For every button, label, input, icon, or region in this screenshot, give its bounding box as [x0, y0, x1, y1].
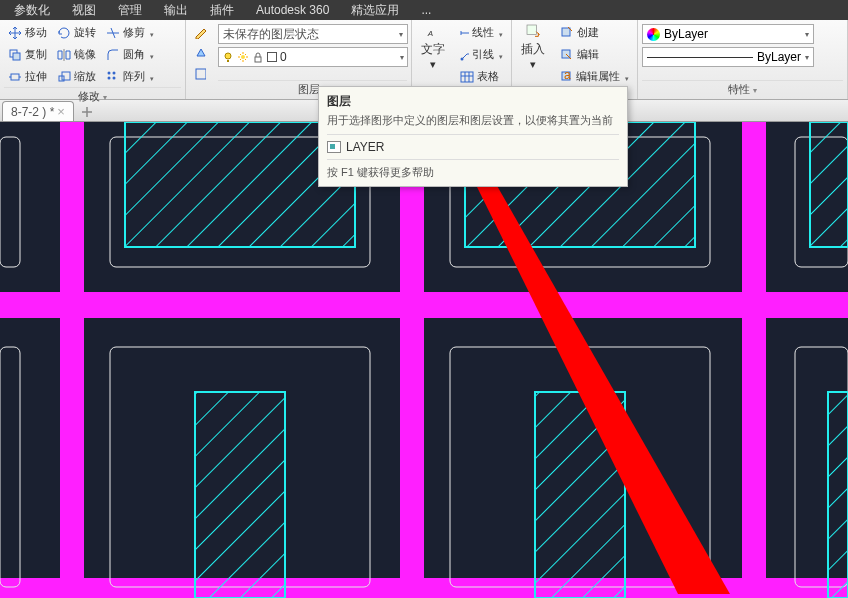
- panel-label: 特性: [642, 80, 843, 97]
- tooltip: 图层 用于选择图形中定义的图层和图层设置，以便将其置为当前 LAYER 按 F1…: [318, 86, 628, 187]
- svg-rect-27: [400, 222, 424, 312]
- svg-text:A: A: [427, 29, 433, 38]
- panel-modify: 移动 旋转 修剪 复制 镜像 圆角 拉伸 缩放 阵列 修改: [0, 20, 186, 99]
- paint-icon[interactable]: [190, 43, 210, 63]
- svg-rect-17: [562, 28, 570, 36]
- svg-point-6: [113, 71, 116, 74]
- svg-rect-28: [742, 222, 766, 312]
- svg-point-5: [108, 71, 111, 74]
- svg-text:a: a: [564, 70, 571, 82]
- menu-item[interactable]: 管理: [108, 0, 152, 21]
- new-tab-button[interactable]: [78, 103, 96, 121]
- svg-rect-16: [527, 25, 536, 34]
- svg-rect-45: [195, 392, 285, 598]
- tooltip-title: 图层: [327, 93, 619, 110]
- svg-point-11: [241, 55, 245, 59]
- table-button[interactable]: 表格: [456, 66, 507, 87]
- svg-rect-15: [461, 72, 473, 82]
- menu-item[interactable]: 输出: [154, 0, 198, 21]
- svg-rect-1: [13, 53, 20, 60]
- command-icon: [327, 141, 341, 153]
- sun-icon: [237, 51, 249, 63]
- panel-brush: [186, 20, 214, 99]
- lock-icon: [252, 51, 264, 63]
- shape-icon[interactable]: [190, 64, 210, 84]
- drawing-canvas[interactable]: [0, 122, 848, 598]
- colorwheel-icon: [647, 28, 660, 41]
- svg-rect-26: [60, 222, 84, 312]
- close-icon[interactable]: ×: [57, 104, 65, 119]
- svg-rect-44: [810, 122, 848, 247]
- svg-rect-32: [0, 578, 848, 598]
- svg-point-14: [461, 57, 464, 60]
- copy-button[interactable]: 复制: [4, 44, 51, 65]
- menu-overflow[interactable]: ...: [411, 1, 441, 19]
- trim-button[interactable]: 修剪: [102, 22, 158, 43]
- array-button[interactable]: 阵列: [102, 66, 158, 87]
- layer-state-dropdown[interactable]: 未保存的图层状态: [218, 24, 408, 44]
- svg-point-10: [225, 53, 231, 59]
- panel-properties: ByLayer ByLayer 特性: [638, 20, 848, 99]
- svg-rect-22: [60, 122, 84, 222]
- leader-button[interactable]: 引线: [456, 44, 507, 65]
- menu-item[interactable]: 视图: [62, 0, 106, 21]
- svg-rect-47: [828, 392, 848, 598]
- menu-item[interactable]: 参数化: [4, 0, 60, 21]
- menu-item[interactable]: 插件: [200, 0, 244, 21]
- scale-button[interactable]: 缩放: [53, 66, 100, 87]
- layer-name: 0: [280, 50, 397, 64]
- edit-block-button[interactable]: 编辑: [556, 44, 633, 65]
- tooltip-help: 按 F1 键获得更多帮助: [327, 165, 619, 180]
- menu-item[interactable]: 精选应用: [341, 0, 409, 21]
- tooltip-command: LAYER: [327, 134, 619, 160]
- insert-button[interactable]: 插入 ▾: [516, 22, 550, 72]
- stretch-button[interactable]: 拉伸: [4, 66, 51, 87]
- edit-attr-button[interactable]: a编辑属性: [556, 66, 633, 87]
- tooltip-description: 用于选择图形中定义的图层和图层设置，以便将其置为当前: [327, 113, 619, 128]
- svg-point-7: [108, 76, 111, 79]
- svg-rect-29: [60, 318, 84, 598]
- svg-rect-31: [742, 318, 766, 598]
- move-button[interactable]: 移动: [4, 22, 51, 43]
- svg-rect-46: [535, 392, 625, 598]
- create-block-button[interactable]: 创建: [556, 22, 633, 43]
- mirror-button[interactable]: 镜像: [53, 44, 100, 65]
- color-bylayer-dropdown[interactable]: ByLayer: [642, 24, 814, 44]
- menu-bar: 参数化 视图 管理 输出 插件 Autodesk 360 精选应用 ...: [0, 0, 848, 20]
- linear-dim-button[interactable]: 线性: [456, 22, 507, 43]
- linetype-bylayer-dropdown[interactable]: ByLayer: [642, 47, 814, 67]
- svg-rect-12: [255, 57, 261, 62]
- bulb-icon: [222, 51, 234, 63]
- menu-item[interactable]: Autodesk 360: [246, 1, 339, 19]
- svg-rect-9: [196, 69, 206, 79]
- text-button[interactable]: A 文字 ▾: [416, 22, 450, 72]
- svg-rect-2: [11, 74, 19, 80]
- layer-color-swatch: [267, 52, 277, 62]
- fillet-button[interactable]: 圆角: [102, 44, 158, 65]
- rotate-button[interactable]: 旋转: [53, 22, 100, 43]
- layer-dropdown[interactable]: 0: [218, 47, 408, 67]
- line-preview: [647, 57, 753, 58]
- svg-rect-24: [742, 122, 766, 222]
- svg-point-8: [113, 76, 116, 79]
- pen-icon[interactable]: [190, 22, 210, 42]
- file-tab[interactable]: 8-7-2 ) * ×: [2, 101, 74, 121]
- svg-rect-30: [400, 318, 424, 598]
